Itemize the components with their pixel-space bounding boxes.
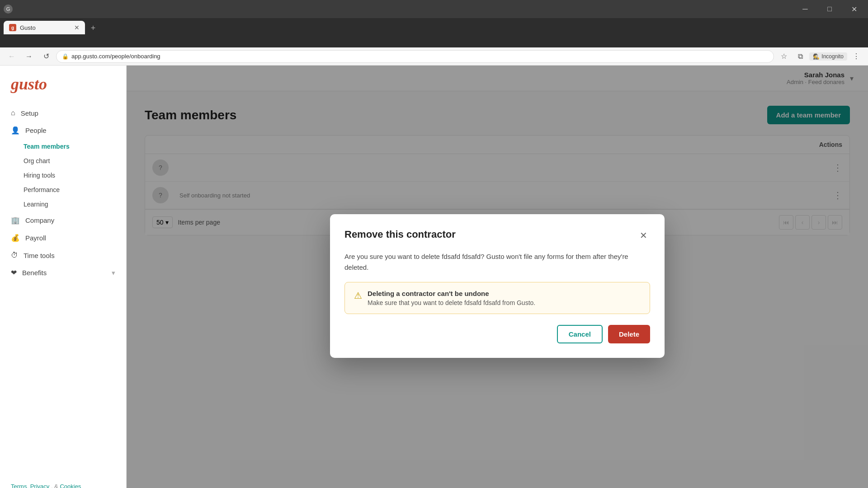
cookies-link[interactable]: Cookies bbox=[60, 483, 81, 488]
browser-titlebar: G ─ □ ✕ bbox=[0, 0, 868, 18]
close-button[interactable]: ✕ bbox=[844, 2, 864, 16]
forward-button[interactable]: → bbox=[22, 49, 36, 64]
url-text: app.gusto.com/people/onboarding bbox=[71, 53, 160, 60]
browser-tab-area: g Gusto ✕ + bbox=[0, 18, 868, 34]
modal-description: Are you sure you want to delete fdsafd f… bbox=[344, 251, 650, 273]
modal-header: Remove this contractor ✕ bbox=[344, 229, 650, 242]
sidebar-footer: Terms, Privacy , & Cookies bbox=[0, 476, 126, 488]
sidebar-item-people[interactable]: 👤 People bbox=[0, 122, 126, 139]
sidebar-item-org-chart[interactable]: Org chart bbox=[0, 154, 126, 168]
people-icon: 👤 bbox=[11, 126, 20, 135]
sidebar-label-org-chart: Org chart bbox=[24, 157, 50, 164]
browser-chrome: G ─ □ ✕ g Gusto ✕ + bbox=[0, 0, 868, 47]
sidebar: gusto ⌂ Setup 👤 People Team members Org … bbox=[0, 66, 127, 488]
sidebar-item-team-members[interactable]: Team members bbox=[0, 139, 126, 154]
warning-title: Deleting a contractor can't be undone bbox=[368, 290, 535, 297]
minimize-button[interactable]: ─ bbox=[795, 2, 816, 16]
sidebar-label-payroll: Payroll bbox=[25, 234, 46, 242]
nav-extras: ☆ ⧉ 🕵 Incognito ⋮ bbox=[777, 49, 863, 64]
app-layout: gusto ⌂ Setup 👤 People Team members Org … bbox=[0, 66, 868, 488]
bookmark-button[interactable]: ☆ bbox=[777, 49, 791, 64]
modal-overlay: Remove this contractor ✕ Are you sure yo… bbox=[127, 66, 868, 488]
sidebar-item-payroll[interactable]: 💰 Payroll bbox=[0, 229, 126, 247]
sidebar-label-performance: Performance bbox=[24, 186, 60, 193]
sidebar-item-performance[interactable]: Performance bbox=[0, 183, 126, 197]
reload-button[interactable]: ↺ bbox=[39, 49, 53, 64]
browser-tab-gusto[interactable]: g Gusto ✕ bbox=[4, 21, 85, 34]
terms-link[interactable]: Terms bbox=[11, 483, 27, 488]
restore-button[interactable]: □ bbox=[819, 2, 840, 16]
sidebar-label-company: Company bbox=[25, 216, 54, 224]
benefits-expand-icon: ▾ bbox=[112, 269, 115, 277]
sidebar-item-benefits[interactable]: ❤ Benefits ▾ bbox=[0, 264, 126, 282]
sidebar-label-team-members: Team members bbox=[24, 143, 70, 150]
sidebar-label-hiring-tools: Hiring tools bbox=[24, 172, 55, 179]
payroll-icon: 💰 bbox=[11, 234, 20, 242]
benefits-icon: ❤ bbox=[11, 268, 17, 277]
sidebar-item-time-tools[interactable]: ⏱ Time tools bbox=[0, 247, 126, 264]
modal-title: Remove this contractor bbox=[344, 229, 456, 240]
delete-button[interactable]: Delete bbox=[608, 325, 650, 343]
tab-favicon: g bbox=[9, 24, 16, 31]
main-content: Sarah Jonas Admin · Feed donares ▾ Team … bbox=[127, 66, 868, 488]
sidebar-logo: gusto bbox=[0, 75, 126, 104]
sidebar-nav: ⌂ Setup 👤 People Team members Org chart … bbox=[0, 104, 126, 476]
sidebar-label-time-tools: Time tools bbox=[24, 252, 55, 259]
incognito-label: Incognito bbox=[821, 53, 844, 60]
browser-navbar: ← → ↺ 🔒 app.gusto.com/people/onboarding … bbox=[0, 47, 868, 66]
sidebar-label-setup: Setup bbox=[21, 109, 38, 117]
incognito-icon: 🕵 bbox=[813, 53, 820, 60]
time-tools-icon: ⏱ bbox=[11, 251, 18, 259]
footer-separator: , & bbox=[51, 483, 60, 488]
warning-box: ⚠ Deleting a contractor can't be undone … bbox=[344, 282, 650, 314]
new-tab-button[interactable]: + bbox=[87, 22, 99, 34]
window-controls: ─ □ ✕ bbox=[795, 2, 864, 16]
tab-title: Gusto bbox=[20, 24, 36, 31]
sidebar-label-people: People bbox=[25, 127, 47, 134]
cancel-button[interactable]: Cancel bbox=[557, 325, 603, 343]
modal-close-button[interactable]: ✕ bbox=[637, 229, 650, 242]
setup-icon: ⌂ bbox=[11, 109, 15, 117]
address-bar[interactable]: 🔒 app.gusto.com/people/onboarding bbox=[56, 50, 774, 63]
sidebar-item-learning[interactable]: Learning bbox=[0, 197, 126, 211]
remove-contractor-modal: Remove this contractor ✕ Are you sure yo… bbox=[330, 214, 665, 358]
sidebar-item-company[interactable]: 🏢 Company bbox=[0, 211, 126, 229]
sidebar-item-setup[interactable]: ⌂ Setup bbox=[0, 104, 126, 122]
extension-button[interactable]: ⧉ bbox=[793, 49, 807, 64]
sidebar-label-benefits: Benefits bbox=[22, 269, 47, 277]
warning-text: Make sure that you want to delete fdsafd… bbox=[368, 299, 535, 306]
tab-close-icon[interactable]: ✕ bbox=[74, 24, 80, 31]
privacy-link[interactable]: Privacy bbox=[30, 483, 50, 488]
sidebar-label-learning: Learning bbox=[24, 201, 48, 208]
warning-triangle-icon: ⚠ bbox=[354, 290, 362, 301]
incognito-badge: 🕵 Incognito bbox=[809, 52, 847, 61]
more-button[interactable]: ⋮ bbox=[849, 49, 863, 64]
profile-circle-icon: G bbox=[4, 5, 13, 14]
company-icon: 🏢 bbox=[11, 216, 20, 225]
modal-body: Are you sure you want to delete fdsafd f… bbox=[344, 251, 650, 314]
modal-footer: Cancel Delete bbox=[344, 325, 650, 343]
back-button[interactable]: ← bbox=[5, 49, 19, 64]
lock-icon: 🔒 bbox=[62, 53, 69, 60]
warning-content: Deleting a contractor can't be undone Ma… bbox=[368, 290, 535, 306]
sidebar-item-hiring-tools[interactable]: Hiring tools bbox=[0, 168, 126, 183]
logo-text: gusto bbox=[11, 75, 47, 93]
